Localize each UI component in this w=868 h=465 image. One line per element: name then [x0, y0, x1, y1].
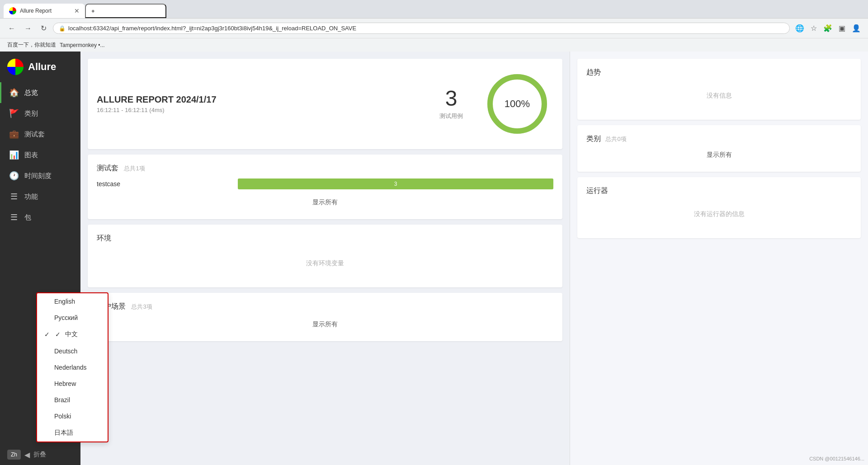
- address-bar[interactable]: 🔒 localhost:63342/api_frame/report/index…: [53, 23, 790, 34]
- collapse-icon: ◀: [24, 451, 30, 459]
- report-info: ALLURE REPORT 2024/1/17 16:12:11 - 16:12…: [97, 94, 217, 113]
- categories-right-title: 类别 总共0项: [586, 134, 852, 144]
- sidebar-label-packages: 包: [24, 213, 31, 222]
- suite-row: testcase 3: [97, 178, 553, 189]
- categories-right-count: 总共0项: [605, 136, 626, 142]
- sidebar-label-graphs: 图表: [24, 151, 38, 160]
- runner-empty-state: 没有运行器的信息: [586, 199, 852, 229]
- sidebar-item-timeline[interactable]: 🕐 时间刻度: [0, 165, 80, 186]
- sidebar-item-overview[interactable]: 🏠 总览: [0, 82, 80, 103]
- suite-name: testcase: [97, 180, 232, 188]
- right-panel: 趋势 没有信息 类别 总共0项 显示所有 运行器 没有运行器的信息: [570, 52, 868, 465]
- flag-icon: 🚩: [9, 108, 19, 118]
- home-icon: 🏠: [9, 88, 19, 98]
- chart-icon: 📊: [9, 150, 19, 160]
- app-container: Allure 🏠 总览 🚩 类别 💼 测试套 📊 图表 🕐 时间刻度: [0, 52, 868, 465]
- suites-section-header: 测试套 总共1项: [97, 164, 553, 173]
- lang-item-german[interactable]: Deutsch: [37, 343, 108, 359]
- sidebar-label-suites: 测试套: [24, 130, 45, 139]
- lang-item-hebrew[interactable]: Hebrew: [37, 376, 108, 392]
- lang-item-chinese[interactable]: ✓ 中文: [37, 326, 108, 343]
- sidebar-item-suites[interactable]: 💼 测试套: [0, 124, 80, 145]
- tab-title: Allure Report: [20, 8, 71, 14]
- suite-bar-container: 3: [238, 178, 553, 189]
- donut-percent: 100%: [505, 98, 530, 110]
- runner-card: 运行器 没有运行器的信息: [577, 177, 861, 238]
- trend-empty-state: 没有信息: [586, 81, 852, 111]
- lang-item-english[interactable]: English: [37, 293, 108, 310]
- back-button[interactable]: ←: [5, 23, 18, 34]
- active-tab[interactable]: Allure Report ✕: [4, 4, 85, 18]
- bookmark-star-button[interactable]: ☆: [809, 22, 819, 34]
- env-card: 环境 没有环境变量: [88, 225, 562, 287]
- logo-text: Allure: [28, 61, 56, 73]
- forward-button[interactable]: →: [22, 23, 34, 34]
- env-section-header: 环境: [97, 234, 553, 243]
- sidebar-item-packages[interactable]: ☰ 包: [0, 207, 80, 228]
- language-dropdown: English Русский ✓ 中文 Deutsch Nederlands …: [36, 292, 108, 442]
- runner-title: 运行器: [586, 186, 852, 196]
- report-subtitle: 16:12:11 - 16:12:11 (4ms): [97, 107, 217, 113]
- sidebar-bottom: Zh ◀ 折叠: [0, 444, 80, 465]
- features-show-all-button[interactable]: 显示所有: [97, 317, 553, 332]
- donut-chart: 100%: [481, 68, 553, 140]
- browser-nav: ← → ↻ 🔒 localhost:63342/api_frame/report…: [0, 18, 868, 38]
- test-count-number: 3: [439, 88, 463, 109]
- tab-close-button[interactable]: ✕: [74, 7, 80, 14]
- categories-show-all-button[interactable]: 显示所有: [586, 147, 852, 163]
- bookmark-baidu[interactable]: 百度一下，你就知道: [7, 41, 56, 49]
- env-title: 环境: [97, 234, 111, 242]
- profile-button[interactable]: 👤: [850, 22, 863, 34]
- bookmark-tampermonkey[interactable]: Tampermonkey •...: [60, 42, 105, 48]
- lang-item-japanese[interactable]: 日本語: [37, 424, 108, 442]
- sidebar-item-categories[interactable]: 🚩 类别: [0, 103, 80, 124]
- clock-icon: 🕐: [9, 171, 19, 181]
- sidebar-label-behaviors: 功能: [24, 193, 38, 201]
- browser-chrome: Allure Report ✕ + ← → ↻ 🔒 localhost:6334…: [0, 0, 868, 52]
- lang-item-russian[interactable]: Русский: [37, 310, 108, 326]
- tab-favicon: [9, 7, 16, 14]
- extensions-button[interactable]: 🧩: [821, 22, 834, 34]
- center-panel: ALLURE REPORT 2024/1/17 16:12:11 - 16:12…: [80, 52, 570, 465]
- sidebar-label-categories: 类别: [24, 109, 38, 118]
- suites-title: 测试套: [97, 164, 118, 172]
- test-count-label: 测试用例: [439, 112, 463, 120]
- categories-title-text: 类别: [586, 135, 601, 142]
- sidebar-toggle-button[interactable]: ▣: [837, 22, 847, 34]
- report-stats: 3 测试用例 100%: [439, 68, 553, 140]
- lang-item-brazil[interactable]: Brazil: [37, 392, 108, 408]
- new-tab-button[interactable]: +: [85, 4, 166, 18]
- lang-item-dutch[interactable]: Nederlands: [37, 359, 108, 376]
- reload-button[interactable]: ↻: [38, 22, 49, 34]
- sidebar-label-overview: 总览: [24, 89, 38, 97]
- trend-title: 趋势: [586, 68, 852, 77]
- sidebar: Allure 🏠 总览 🚩 类别 💼 测试套 📊 图表 🕐 时间刻度: [0, 52, 80, 465]
- suites-show-all-button[interactable]: 显示所有: [97, 195, 553, 210]
- sidebar-logo: Allure: [0, 52, 80, 82]
- features-count: 总共3项: [131, 303, 152, 310]
- logo-icon: [7, 59, 24, 75]
- lang-item-polish[interactable]: Polski: [37, 408, 108, 424]
- report-summary-card: ALLURE REPORT 2024/1/17 16:12:11 - 16:12…: [88, 59, 562, 149]
- env-empty-state: 没有环境变量: [97, 249, 553, 278]
- collapse-button[interactable]: 折叠: [33, 451, 46, 459]
- report-title: ALLURE REPORT 2024/1/17: [97, 94, 217, 105]
- language-badge[interactable]: Zh: [7, 450, 21, 460]
- suites-count: 总共1项: [124, 165, 145, 172]
- address-text: localhost:63342/api_frame/report/index.h…: [68, 25, 784, 32]
- lock-icon: 🔒: [59, 25, 66, 32]
- list-icon: ☰: [9, 192, 19, 202]
- sidebar-item-graphs[interactable]: 📊 图表: [0, 145, 80, 165]
- bookmark-bar: 百度一下，你就知道 Tampermonkey •...: [0, 38, 868, 52]
- sidebar-item-behaviors[interactable]: ☰ 功能: [0, 186, 80, 207]
- briefcase-icon: 💼: [9, 129, 19, 139]
- nav-icons: 🌐 ☆ 🧩 ▣ 👤: [793, 22, 863, 34]
- package-icon: ☰: [9, 212, 19, 222]
- features-section-header: 用户场景 总共3项: [97, 302, 553, 311]
- trend-card: 趋势 没有信息: [577, 59, 861, 120]
- tab-bar: Allure Report ✕ +: [0, 0, 868, 18]
- translate-button[interactable]: 🌐: [793, 22, 806, 34]
- categories-right-card: 类别 总共0项 显示所有: [577, 125, 861, 172]
- sidebar-label-timeline: 时间刻度: [24, 172, 52, 180]
- suites-card: 测试套 总共1项 testcase 3 显示所有: [88, 155, 562, 219]
